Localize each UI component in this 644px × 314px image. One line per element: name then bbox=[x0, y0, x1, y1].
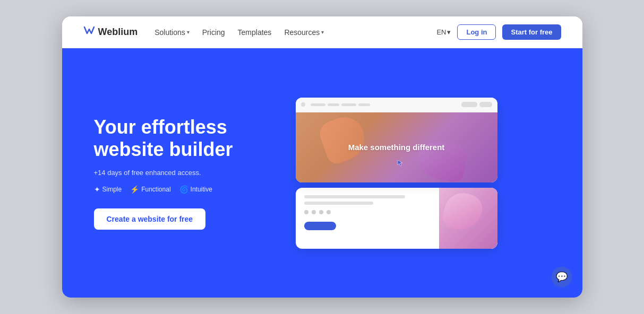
tab-bar-right bbox=[461, 102, 492, 107]
preview-bottom-right bbox=[439, 188, 497, 249]
preview-top-content: Make something different bbox=[296, 112, 497, 182]
tab-pill-1 bbox=[461, 102, 477, 107]
login-button[interactable]: Log in bbox=[457, 24, 496, 40]
chat-icon: 💬 bbox=[556, 271, 568, 283]
cursor-icon bbox=[397, 159, 404, 167]
tab-bar-4 bbox=[358, 103, 370, 106]
blue-pill-button bbox=[304, 222, 336, 230]
lang-chevron-icon: ▾ bbox=[447, 28, 451, 36]
tab-bar-3 bbox=[341, 103, 356, 106]
preview-card-top: Make something different bbox=[296, 98, 497, 182]
hero-title: Your effortless website builder bbox=[94, 116, 285, 160]
cta-button[interactable]: Create a website for free bbox=[94, 208, 206, 230]
solutions-chevron-icon: ▾ bbox=[187, 29, 190, 35]
logo-text: Weblium bbox=[98, 27, 138, 38]
content-line-1 bbox=[304, 195, 405, 198]
functional-icon: ⚡ bbox=[130, 185, 139, 194]
dots-row bbox=[304, 210, 431, 214]
preview-headline: Make something different bbox=[348, 143, 445, 152]
chat-button[interactable]: 💬 bbox=[552, 267, 572, 287]
badge-functional: ⚡ Functional bbox=[130, 185, 170, 194]
hero-badges: ✦ Simple ⚡ Functional 🌀 Intuitive bbox=[94, 185, 285, 194]
preview-card-bottom bbox=[296, 188, 497, 249]
tab-bar-1 bbox=[311, 103, 325, 106]
small-dot-4 bbox=[327, 210, 331, 214]
tab-bars bbox=[311, 103, 370, 106]
simple-icon: ✦ bbox=[94, 185, 100, 194]
content-line-2 bbox=[304, 202, 374, 205]
nav-pricing[interactable]: Pricing bbox=[202, 28, 225, 37]
badge-intuitive: 🌀 Intuitive bbox=[179, 185, 212, 194]
hero-subtitle: +14 days of free enhanced access. bbox=[94, 169, 285, 177]
nav-templates[interactable]: Templates bbox=[238, 28, 272, 37]
browser-frame: Weblium Solutions ▾ Pricing Templates Re… bbox=[62, 16, 582, 298]
nav-solutions[interactable]: Solutions ▾ bbox=[154, 28, 190, 37]
tab-pill-2 bbox=[479, 102, 492, 107]
intuitive-icon: 🌀 bbox=[179, 185, 188, 194]
preview-bottom-left bbox=[296, 188, 439, 249]
blob-1 bbox=[316, 111, 371, 166]
start-button[interactable]: Start for free bbox=[502, 24, 561, 40]
small-dot-3 bbox=[319, 210, 323, 214]
hero-section: Your effortless website builder +14 days… bbox=[62, 48, 582, 298]
small-dot-2 bbox=[312, 210, 316, 214]
hero-preview: Make something different bbox=[296, 98, 497, 249]
resources-chevron-icon: ▾ bbox=[321, 29, 324, 35]
logo[interactable]: Weblium bbox=[83, 26, 138, 38]
language-selector[interactable]: EN ▾ bbox=[436, 28, 451, 36]
badge-simple: ✦ Simple bbox=[94, 185, 122, 194]
tab-bar-2 bbox=[328, 103, 339, 106]
small-dot-1 bbox=[304, 210, 308, 214]
navbar: Weblium Solutions ▾ Pricing Templates Re… bbox=[62, 16, 582, 48]
logo-icon bbox=[83, 26, 95, 38]
nav-links: Solutions ▾ Pricing Templates Resources … bbox=[154, 28, 419, 37]
preview-header bbox=[296, 98, 497, 112]
preview-dot bbox=[301, 102, 305, 107]
blob-3 bbox=[440, 189, 486, 234]
nav-right: EN ▾ Log in Start for free bbox=[436, 24, 561, 40]
hero-left: Your effortless website builder +14 days… bbox=[94, 116, 285, 230]
nav-resources[interactable]: Resources ▾ bbox=[284, 28, 324, 37]
